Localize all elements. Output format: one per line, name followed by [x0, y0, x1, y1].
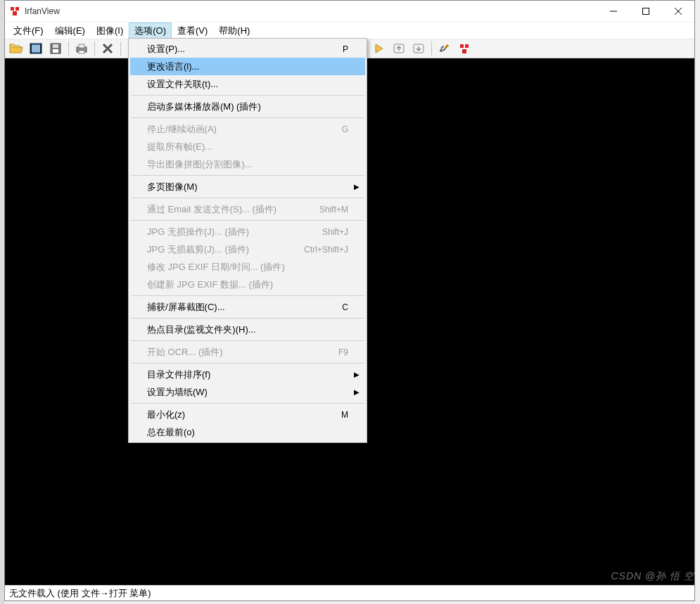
menu-separator: [131, 340, 364, 341]
status-text: 无文件载入 (使用 文件→打开 菜单): [9, 587, 151, 600]
menu-item-label: 目录文件排序(f): [147, 368, 348, 381]
menu-item[interactable]: 更改语言(l)...: [130, 58, 365, 75]
menu-item[interactable]: 启动多媒体播放器(M) (插件): [130, 98, 365, 115]
menu-edit[interactable]: 编辑(E): [49, 23, 91, 39]
menu-item-label: 创建新 JPG EXIF 数据... (插件): [147, 278, 348, 291]
menu-item-label: 捕获/屏幕截图(C)...: [147, 301, 331, 314]
menu-item[interactable]: 设置文件关联(t)...: [130, 75, 365, 93]
menu-item[interactable]: 总在最前(o): [130, 423, 365, 441]
svg-line-5: [675, 8, 682, 15]
menu-item-label: 热点目录(监视文件夹)(H)...: [147, 323, 348, 336]
toolbar-separator: [94, 41, 95, 56]
toolbar-separator: [68, 41, 69, 56]
maximize-button[interactable]: [630, 1, 662, 22]
menu-item-label: 提取所有帧(E)...: [147, 141, 348, 153]
last-icon: [412, 42, 425, 55]
menu-item[interactable]: 设置(P)...P: [130, 40, 365, 58]
menu-item: 修改 JPG EXIF 日期/时间... (插件): [130, 258, 365, 276]
last-button[interactable]: [410, 40, 427, 57]
settings-button[interactable]: [436, 40, 453, 57]
menu-item[interactable]: 设置为墙纸(W)▶: [130, 383, 365, 401]
options-dropdown: 设置(P)...P更改语言(l)...设置文件关联(t)...启动多媒体播放器(…: [128, 38, 367, 443]
menu-options[interactable]: 选项(O): [129, 23, 172, 39]
menu-item-shortcut: P: [331, 44, 348, 54]
menu-item-label: 启动多媒体播放器(M) (插件): [147, 101, 348, 113]
menu-image[interactable]: 图像(I): [91, 23, 129, 39]
thumbnails-button[interactable]: [27, 40, 44, 57]
menu-separator: [131, 318, 364, 319]
print-button[interactable]: [73, 40, 90, 57]
menu-item: 提取所有帧(E)...: [130, 138, 365, 155]
next-button[interactable]: [371, 40, 388, 57]
menu-item[interactable]: 多页图像(M)▶: [130, 178, 365, 195]
svg-rect-9: [30, 44, 32, 53]
menu-item: 通过 Email 发送文件(S)... (插件)Shift+M: [130, 200, 365, 218]
menu-item[interactable]: 最小化(z)M: [130, 406, 365, 423]
toolbar-separator: [431, 41, 432, 56]
svg-rect-23: [462, 49, 466, 53]
menu-help-label: 帮助(H): [219, 25, 250, 37]
printer-icon: [75, 42, 89, 55]
app-icon: [9, 6, 20, 17]
statusbar: 无文件载入 (使用 文件→打开 菜单): [5, 585, 694, 600]
first-button[interactable]: [390, 40, 407, 57]
menu-item-label: 通过 Email 发送文件(S)... (插件): [147, 203, 308, 216]
menu-item-label: 设置(P)...: [147, 43, 331, 56]
menu-separator: [131, 295, 364, 296]
submenu-arrow-icon: ▶: [354, 371, 359, 378]
menu-separator: [131, 363, 364, 364]
x-icon: [102, 43, 113, 54]
svg-line-6: [675, 8, 682, 15]
arrow-right-icon: [373, 42, 386, 55]
menu-item[interactable]: 目录文件排序(f)▶: [130, 366, 365, 383]
close-button[interactable]: [662, 1, 694, 22]
menu-separator: [131, 220, 364, 221]
first-icon: [393, 42, 405, 55]
menu-item-label: JPG 无损裁剪(J)... (插件): [147, 243, 293, 256]
svg-rect-12: [53, 44, 58, 48]
menubar: 文件(F) 编辑(E) 图像(I) 选项(O) 查看(V) 帮助(H): [5, 22, 694, 39]
menu-item-label: 总在最前(o): [147, 426, 348, 439]
titlebar: IrfanView: [5, 1, 694, 22]
menu-edit-label: 编辑(E): [55, 25, 85, 37]
delete-button[interactable]: [99, 40, 116, 57]
menu-item: JPG 无损操作(J)... (插件)Shift+J: [130, 223, 365, 240]
submenu-arrow-icon: ▶: [354, 388, 359, 396]
menu-separator: [131, 198, 364, 198]
menu-item-shortcut: G: [331, 124, 348, 134]
menu-item: 导出图像拼图(分割图像)...: [130, 155, 365, 173]
menu-item[interactable]: 捕获/屏幕截图(C)...C: [130, 298, 365, 316]
svg-rect-22: [465, 44, 469, 48]
menu-item-label: 设置为墙纸(W): [147, 386, 348, 399]
menu-separator: [131, 95, 364, 96]
menu-item: 停止/继续动画(A)G: [130, 120, 365, 138]
submenu-arrow-icon: ▶: [354, 183, 359, 191]
menu-item-label: 开始 OCR... (插件): [147, 346, 327, 359]
menu-item[interactable]: 热点目录(监视文件夹)(H)...: [130, 321, 365, 338]
menu-item-shortcut: M: [330, 410, 348, 420]
menu-file[interactable]: 文件(F): [8, 23, 49, 39]
svg-rect-10: [40, 44, 42, 53]
open-button[interactable]: [8, 40, 25, 57]
menu-help[interactable]: 帮助(H): [213, 23, 255, 39]
menu-separator: [131, 403, 364, 404]
svg-rect-21: [460, 44, 464, 48]
svg-rect-13: [53, 49, 58, 53]
menu-item-label: 设置文件关联(t)...: [147, 78, 348, 91]
menu-item-shortcut: Shift+M: [308, 205, 348, 214]
menu-item: JPG 无损裁剪(J)... (插件)Ctrl+Shift+J: [130, 240, 365, 258]
menu-separator: [131, 117, 364, 118]
about-button[interactable]: [456, 40, 473, 57]
menu-item-label: 修改 JPG EXIF 日期/时间... (插件): [147, 261, 348, 274]
menu-view-label: 查看(V): [177, 25, 208, 37]
svg-rect-4: [643, 8, 649, 15]
menu-item-label: 更改语言(l)...: [147, 60, 348, 73]
menu-item-label: JPG 无损操作(J)... (插件): [147, 226, 311, 238]
menu-item: 创建新 JPG EXIF 数据... (插件): [130, 276, 365, 293]
menu-options-label: 选项(O): [134, 25, 166, 37]
menu-view[interactable]: 查看(V): [172, 23, 213, 39]
minimize-button[interactable]: [597, 1, 630, 22]
save-button[interactable]: [47, 40, 64, 57]
menu-image-label: 图像(I): [96, 25, 123, 37]
menu-separator: [131, 175, 364, 176]
